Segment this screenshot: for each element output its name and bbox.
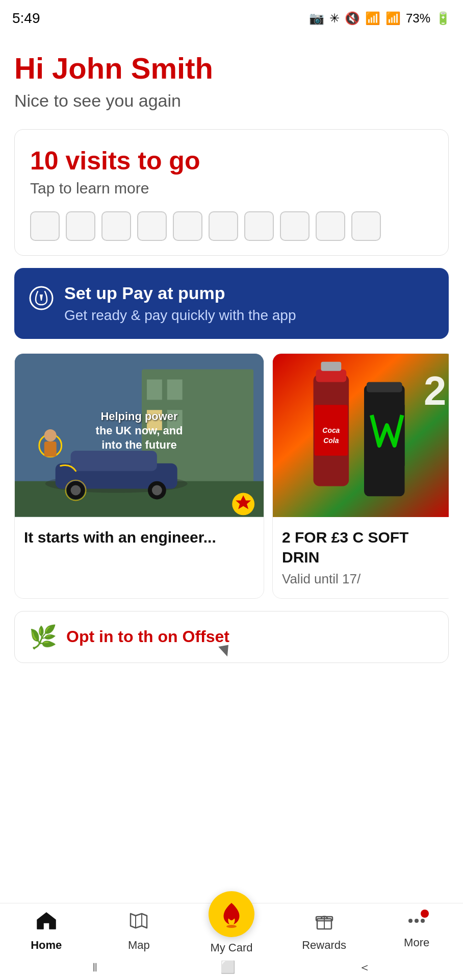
video-icon: 📷 <box>309 11 324 26</box>
nav-rewards-label: Rewards <box>302 939 346 952</box>
svg-rect-10 <box>71 451 157 471</box>
bottom-nav: Home Map My Card <box>0 903 463 980</box>
status-time: 5:49 <box>12 10 40 27</box>
svg-point-41 <box>415 919 419 923</box>
offset-text: Opt in to th on Offset <box>66 627 434 646</box>
leaf-icon: 🌿 <box>29 624 57 650</box>
pump-title: Set up Pay at pump <box>64 283 296 303</box>
promo-card-1-image: Helping power the UK now, and into the f… <box>15 354 264 517</box>
promo-card-2-image: Coca Cola 2 <box>273 354 449 517</box>
nav-items: Home Map My Card <box>0 903 463 954</box>
visit-box-5 <box>173 211 202 241</box>
svg-text:the UK now, and: the UK now, and <box>96 424 183 437</box>
svg-rect-4 <box>167 379 183 400</box>
promo-cards-row: Helping power the UK now, and into the f… <box>14 353 449 599</box>
visit-box-4 <box>137 211 167 241</box>
android-menu-btn[interactable]: ⦀ <box>92 960 97 974</box>
more-notification-dot <box>421 910 429 918</box>
svg-rect-23 <box>273 354 449 517</box>
promo-card-2-valid: Valid until 17/ <box>282 571 446 587</box>
svg-text:2: 2 <box>424 368 446 413</box>
promo-card-2-body: 2 FOR £3 C SOFT DRIN Valid until 17/ <box>273 517 449 598</box>
main-content: Hi John Smith Nice to see you again 10 v… <box>0 37 463 663</box>
promo-card-1-body: It starts with an engineer... <box>15 517 264 558</box>
nav-more[interactable]: More <box>370 912 463 949</box>
bluetooth-icon: ✳ <box>329 11 340 26</box>
promo-card-1-title: It starts with an engineer... <box>24 527 254 547</box>
visits-subtitle: Tap to learn more <box>30 180 433 197</box>
promo-card-1[interactable]: Helping power the UK now, and into the f… <box>14 353 264 599</box>
android-back-btn[interactable]: ＜ <box>358 959 371 975</box>
home-icon <box>36 912 57 935</box>
svg-point-12 <box>71 485 81 495</box>
nav-map-label: Map <box>128 939 150 952</box>
visits-title: 10 visits to go <box>30 146 433 176</box>
svg-point-40 <box>408 919 413 923</box>
svg-rect-3 <box>147 379 162 400</box>
visit-box-6 <box>209 211 238 241</box>
promo-card-2-title: 2 FOR £3 C SOFT DRIN <box>282 527 446 567</box>
pump-icon <box>29 285 54 315</box>
svg-point-36 <box>226 925 237 928</box>
wifi-icon: 📶 <box>365 11 380 26</box>
greeting-section: Hi John Smith Nice to see you again <box>14 52 449 111</box>
visit-box-8 <box>280 211 310 241</box>
svg-rect-25 <box>316 370 347 382</box>
status-bar: 5:49 📷 ✳ 🔇 📶 📶 73% 🔋 <box>0 0 463 37</box>
nav-rewards[interactable]: Rewards <box>278 912 371 952</box>
svg-text:Cola: Cola <box>323 436 339 445</box>
greeting-name: Hi John Smith <box>14 52 449 85</box>
signal-icon: 📶 <box>385 11 401 26</box>
svg-point-42 <box>421 919 425 923</box>
svg-point-17 <box>44 429 57 442</box>
pump-banner[interactable]: Set up Pay at pump Get ready & pay quick… <box>14 268 449 339</box>
visit-box-1 <box>30 211 60 241</box>
status-icons: 📷 ✳ 🔇 📶 📶 73% 🔋 <box>309 11 451 26</box>
pump-subtitle: Get ready & pay quickly with the app <box>64 307 296 324</box>
more-icon-wrapper <box>406 912 427 932</box>
nav-home-label: Home <box>31 939 62 952</box>
offset-banner[interactable]: 🌿 Opt in to th on Offset <box>14 611 449 663</box>
nav-map[interactable]: Map <box>93 912 186 952</box>
android-nav: ⦀ ⬜ ＜ <box>0 954 463 980</box>
nav-mycard-label: My Card <box>210 941 252 954</box>
shell-fab[interactable] <box>209 891 254 937</box>
visit-box-3 <box>101 211 131 241</box>
android-home-btn[interactable]: ⬜ <box>220 960 236 974</box>
svg-rect-18 <box>44 442 57 457</box>
svg-text:Helping power: Helping power <box>101 410 178 423</box>
pump-text: Set up Pay at pump Get ready & pay quick… <box>64 283 296 324</box>
mute-icon: 🔇 <box>345 11 360 26</box>
visits-boxes <box>30 211 433 241</box>
svg-rect-31 <box>367 382 402 392</box>
visit-box-2 <box>66 211 95 241</box>
visit-box-10 <box>351 211 381 241</box>
nav-my-card[interactable]: My Card <box>185 891 278 954</box>
battery-icon: 🔋 <box>435 11 451 26</box>
visit-box-7 <box>244 211 274 241</box>
nav-more-label: More <box>404 936 429 949</box>
svg-rect-26 <box>321 362 341 371</box>
rewards-icon <box>314 912 335 935</box>
svg-point-14 <box>152 485 162 495</box>
battery-level: 73% <box>406 11 430 26</box>
svg-text:into the future: into the future <box>101 438 176 451</box>
svg-text:Coca: Coca <box>322 426 340 434</box>
map-icon <box>128 912 149 935</box>
promo-card-2[interactable]: Coca Cola 2 2 FOR £3 C SOFT DRIN Valid u… <box>272 353 449 599</box>
visit-box-9 <box>316 211 345 241</box>
nav-home[interactable]: Home <box>0 912 93 952</box>
greeting-subtitle: Nice to see you again <box>14 91 449 111</box>
visits-card[interactable]: 10 visits to go Tap to learn more <box>14 129 449 256</box>
